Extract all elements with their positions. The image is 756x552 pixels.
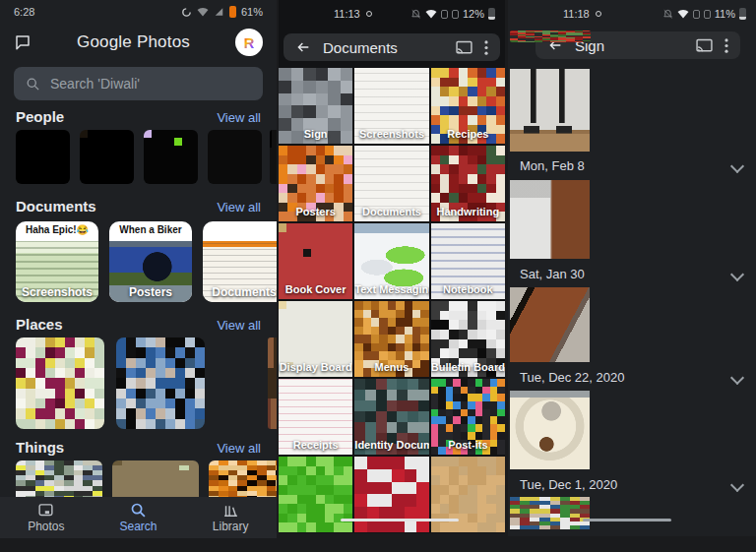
people-thumb-partial[interactable] <box>270 130 277 184</box>
gesture-bar[interactable] <box>583 519 671 521</box>
left-status-icons: 61% <box>181 6 263 18</box>
right-status-icons: 11% <box>662 8 746 20</box>
tile-label: Sign <box>279 128 352 140</box>
places-section-header: Places View all <box>0 316 277 333</box>
left-status-time: 6:28 <box>14 6 34 18</box>
people-thumb[interactable] <box>16 130 70 184</box>
cast-icon[interactable] <box>696 38 713 53</box>
card-label: Screenshots <box>16 285 98 299</box>
search-icon <box>26 77 40 92</box>
avatar[interactable]: R <box>235 29 263 56</box>
date-label: Mon, Feb 8 <box>520 158 585 173</box>
places-row <box>0 337 277 429</box>
right-battery-percent: 11% <box>715 8 735 20</box>
people-thumb[interactable] <box>80 130 134 184</box>
people-thumb[interactable] <box>208 130 262 184</box>
category-tile-book-cover[interactable]: Book Cover <box>279 223 352 299</box>
chevron-down-icon[interactable] <box>730 267 744 280</box>
category-tile-post-its[interactable]: Post-its <box>431 379 505 455</box>
right-page-title: Sign <box>575 37 684 54</box>
date-group-header: Sat, Jan 30 <box>520 267 742 281</box>
photo-snow-door[interactable] <box>510 180 590 259</box>
places-thumb[interactable] <box>16 337 104 429</box>
middle-app-bar: Documents <box>284 33 500 61</box>
photo-partial[interactable] <box>510 497 590 529</box>
category-tile-sign[interactable]: Sign <box>279 68 352 144</box>
document-card-documents[interactable]: Documents <box>203 221 277 302</box>
tile-label: Post-its <box>431 439 505 451</box>
middle-status-time: 11:13 <box>334 8 360 20</box>
wifi-icon <box>425 9 437 19</box>
middle-battery-percent: 12% <box>463 8 484 20</box>
category-tile-display-board[interactable]: Display Board <box>279 301 352 377</box>
category-tile-text-messaging[interactable]: Text Messaging <box>354 223 428 299</box>
notifications-off-icon <box>410 9 421 20</box>
chat-icon[interactable] <box>14 33 32 51</box>
things-view-all-link[interactable]: View all <box>217 441 261 456</box>
left-battery-percent: 61% <box>241 6 263 18</box>
search-placeholder: Search 'Diwali' <box>50 76 140 92</box>
category-tile-bulletin-board[interactable]: Bulletin Board <box>431 301 505 377</box>
photo-rusty-sign[interactable] <box>510 287 590 362</box>
tile-label: Receipts <box>279 439 352 451</box>
things-title: Things <box>16 439 64 456</box>
category-tile-screenshots[interactable]: Screenshots <box>354 68 428 144</box>
document-card-posters[interactable]: When a Biker Posters <box>109 221 192 302</box>
wifi-icon <box>197 7 209 17</box>
places-title: Places <box>16 316 63 333</box>
more-menu-icon[interactable] <box>724 38 728 53</box>
right-phone-panel: 11:18 11% Sign Mon, Feb 8 <box>508 0 756 536</box>
cast-icon[interactable] <box>456 40 472 55</box>
gesture-bar[interactable] <box>341 519 459 521</box>
people-view-all-link[interactable]: View all <box>217 110 261 125</box>
screenshot-collage: 6:28 61% Google Photos R Search 'Diwali'… <box>0 0 756 552</box>
tile-label: Book Cover <box>279 283 352 295</box>
category-tile-menus[interactable]: Menus <box>354 301 428 377</box>
left-app-header: Google Photos R <box>0 24 277 61</box>
middle-page-title: Documents <box>323 39 444 56</box>
people-section-header: People View all <box>0 108 277 125</box>
nav-library-label: Library <box>213 520 249 533</box>
right-status-bar: 11:18 11% <box>508 0 756 28</box>
people-thumb[interactable] <box>144 130 198 184</box>
places-view-all-link[interactable]: View all <box>217 318 261 333</box>
card-label: Posters <box>109 285 192 299</box>
nav-library[interactable]: Library <box>184 497 277 538</box>
date-label: Tue, Dec 22, 2020 <box>520 370 624 385</box>
nav-search[interactable]: Search <box>93 497 185 538</box>
chevron-down-icon[interactable] <box>730 370 744 384</box>
right-status-time: 11:18 <box>563 8 590 20</box>
category-tile-posters[interactable]: Posters <box>279 146 352 221</box>
middle-status-icons: 12% <box>410 8 495 20</box>
search-input[interactable]: Search 'Diwali' <box>14 67 263 100</box>
data-saver-icon <box>181 7 192 18</box>
notifications-off-icon <box>662 9 673 20</box>
battery-icon <box>739 8 746 20</box>
back-icon[interactable] <box>295 39 311 55</box>
photo-speaker-stands[interactable] <box>510 69 590 152</box>
nav-photos[interactable]: Photos <box>0 497 93 538</box>
battery-icon <box>488 8 495 20</box>
chevron-down-icon[interactable] <box>730 158 744 172</box>
more-menu-icon[interactable] <box>484 40 488 55</box>
card-label: Documents <box>203 285 277 299</box>
documents-row: Haha Epic!😂 Screenshots When a Biker Pos… <box>0 221 277 302</box>
library-icon <box>222 502 239 519</box>
category-tile-documents[interactable]: Documents <box>354 146 428 221</box>
tile-label: Recipes <box>431 128 505 140</box>
category-tile-recipes[interactable]: Recipes <box>431 68 505 144</box>
sim1-icon <box>441 10 448 19</box>
category-tile-handwriting[interactable]: Handwriting <box>431 146 505 221</box>
document-card-screenshots[interactable]: Haha Epic!😂 Screenshots <box>16 221 98 302</box>
documents-section-header: Documents View all <box>0 198 277 215</box>
category-tile-receipts[interactable]: Receipts <box>279 379 352 455</box>
category-grid: Sign Screenshots Recipes Posters Documen… <box>279 68 505 532</box>
documents-view-all-link[interactable]: View all <box>217 200 261 215</box>
tile-label: Menus <box>354 361 428 373</box>
category-tile-notebook[interactable]: Notebook <box>431 223 505 299</box>
chevron-down-icon[interactable] <box>730 477 744 491</box>
category-tile-identity-document[interactable]: Identity Document <box>354 379 428 455</box>
photo-cream-object[interactable] <box>510 391 590 469</box>
places-thumb[interactable] <box>116 337 205 429</box>
places-thumb-partial[interactable] <box>268 337 277 429</box>
